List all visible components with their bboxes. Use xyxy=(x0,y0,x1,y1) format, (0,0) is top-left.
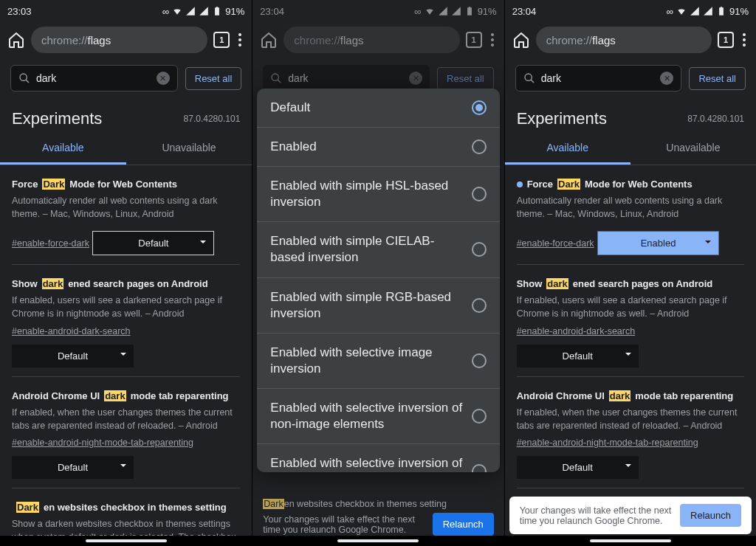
flag-select[interactable]: Default xyxy=(12,345,134,367)
navbar[interactable] xyxy=(505,536,756,546)
relaunch-row: Your changes will take effect the next t… xyxy=(509,497,752,534)
search-input: dark ✕ xyxy=(263,65,430,91)
relaunch-msg: Your changes will take effect the next t… xyxy=(263,514,425,535)
tabs: Available Unavailable xyxy=(505,133,756,165)
battery-pct: 91% xyxy=(225,6,244,17)
tab-switcher: 1 xyxy=(466,32,482,48)
search-icon xyxy=(270,72,282,84)
flag-select[interactable]: Default xyxy=(12,456,134,479)
radio-icon xyxy=(472,464,487,472)
tab-available[interactable]: Available xyxy=(505,133,630,165)
search-input[interactable]: dark ✕ xyxy=(515,65,682,91)
flag-link[interactable]: #enable-android-dark-search xyxy=(517,326,636,336)
option-sel-image[interactable]: Enabled with selective image inversion xyxy=(257,334,499,389)
statusbar: 23:04 ∞ 91% xyxy=(252,0,504,22)
tab-unavailable[interactable]: Unavailable xyxy=(126,133,252,165)
clear-icon: ✕ xyxy=(409,72,422,85)
menu-icon xyxy=(488,33,497,46)
battery-pct: 91% xyxy=(478,6,497,17)
tab-unavailable[interactable]: Unavailable xyxy=(630,133,756,165)
status-icons: ∞ 91% xyxy=(414,6,496,17)
relaunch-button[interactable]: Relaunch xyxy=(680,504,741,527)
content[interactable]: Force Dark Mode for Web Contents Automat… xyxy=(0,165,252,546)
radio-selected-icon xyxy=(472,100,487,115)
url-bar[interactable]: chrome://flags xyxy=(536,27,712,53)
option-rgb[interactable]: Enabled with simple RGB-based inversion xyxy=(257,278,499,334)
signal-icon xyxy=(690,6,700,16)
home-icon xyxy=(260,31,278,49)
option-cielab[interactable]: Enabled with simple CIELAB-based inversi… xyxy=(257,222,499,277)
status-icons: ∞ 91% xyxy=(162,6,244,17)
page-header: Experiments 87.0.4280.101 xyxy=(0,99,252,133)
flag-title: Show darkened search pages on Android xyxy=(12,278,240,289)
url-bar[interactable]: chrome://flags xyxy=(31,27,207,53)
navbar[interactable] xyxy=(0,536,252,546)
home-icon[interactable] xyxy=(512,31,530,49)
tab-switcher[interactable]: 1 xyxy=(213,32,230,48)
clear-icon[interactable]: ✕ xyxy=(660,72,673,85)
toolbar: chrome://flags 1 xyxy=(252,22,504,58)
content[interactable]: Force Dark Mode for Web Contents Automat… xyxy=(505,165,756,546)
toolbar: chrome://flags 1 xyxy=(505,22,756,58)
home-icon[interactable] xyxy=(7,31,25,49)
svg-point-0 xyxy=(20,74,27,80)
relaunch-row: Your changes will take effect the next t… xyxy=(263,513,493,536)
clear-icon[interactable]: ✕ xyxy=(157,72,170,85)
tab-switcher[interactable]: 1 xyxy=(718,32,734,48)
flag-item: Android Chrome UI dark mode tab reparent… xyxy=(12,377,240,488)
menu-icon[interactable] xyxy=(740,33,749,46)
svg-line-1 xyxy=(26,80,29,83)
flag-link[interactable]: #enable-force-dark xyxy=(517,238,594,249)
reset-button[interactable]: Reset all xyxy=(689,67,746,90)
reset-button: Reset all xyxy=(437,67,494,90)
search-query: dark xyxy=(36,72,151,84)
status-time: 23:04 xyxy=(260,6,284,17)
search-icon xyxy=(523,72,535,84)
flag-desc: If enabled, users will see a darkened se… xyxy=(517,294,744,320)
option-sel-nonimage[interactable]: Enabled with selective inversion of non-… xyxy=(257,389,499,444)
flag-desc: Automatically render all web contents us… xyxy=(12,194,240,221)
search-query: dark xyxy=(541,72,655,84)
flag-link[interactable]: #enable-force-dark xyxy=(12,238,89,249)
flag-select[interactable]: Default xyxy=(92,231,214,255)
flag-select[interactable]: Enabled xyxy=(597,231,719,255)
navbar[interactable] xyxy=(252,536,504,546)
flag-title: Android Chrome UI dark mode tab reparent… xyxy=(12,390,240,401)
reset-button[interactable]: Reset all xyxy=(185,67,242,90)
flag-select[interactable]: Default xyxy=(517,345,639,367)
flag-select[interactable]: Default xyxy=(517,456,639,479)
signal-icon xyxy=(438,6,448,16)
relaunch-button[interactable]: Relaunch xyxy=(433,513,494,536)
flag-link[interactable]: #enable-android-night-mode-tab-reparenti… xyxy=(517,438,698,448)
flag-link[interactable]: #enable-android-dark-search xyxy=(12,326,131,336)
option-hsl[interactable]: Enabled with simple HSL-based inversion xyxy=(257,167,499,222)
search-row: dark ✕ Reset all xyxy=(0,58,252,99)
menu-icon[interactable] xyxy=(236,33,244,46)
version: 87.0.4280.101 xyxy=(687,114,744,124)
changed-dot-icon xyxy=(517,182,523,187)
tab-available[interactable]: Available xyxy=(0,133,126,165)
page-header: Experiments 87.0.4280.101 xyxy=(505,99,756,133)
flag-link[interactable]: #enable-android-night-mode-tab-reparenti… xyxy=(12,438,193,448)
svg-point-2 xyxy=(272,74,278,80)
option-sel-everything[interactable]: Enabled with selective inversion of ever… xyxy=(257,444,499,472)
radio-icon xyxy=(472,353,487,368)
flag-title: Force Dark Mode for Web Contents xyxy=(517,179,744,190)
options-sheet: Default Enabled Enabled with simple HSL-… xyxy=(257,89,499,472)
status-time: 23:04 xyxy=(512,6,537,17)
search-icon xyxy=(18,72,30,84)
svg-point-4 xyxy=(525,74,532,80)
search-input[interactable]: dark ✕ xyxy=(10,65,178,91)
dim-flag-row: Darken websites checkbox in themes setti… xyxy=(263,499,493,509)
option-default[interactable]: Default xyxy=(257,89,499,128)
svg-line-3 xyxy=(278,80,281,83)
status-time: 23:03 xyxy=(7,6,32,17)
statusbar: 23:04 ∞ 91% xyxy=(505,0,756,22)
option-enabled[interactable]: Enabled xyxy=(257,128,499,167)
page-title: Experiments xyxy=(517,109,607,128)
vpn-icon: ∞ xyxy=(414,6,421,17)
radio-icon xyxy=(472,409,487,424)
tabs: Available Unavailable xyxy=(0,133,252,165)
panel-left: 23:03 ∞ 91% chrome://flags 1 dark ✕ Rese… xyxy=(0,0,252,546)
flag-item: Show darkened search pages on Android If… xyxy=(12,265,240,376)
